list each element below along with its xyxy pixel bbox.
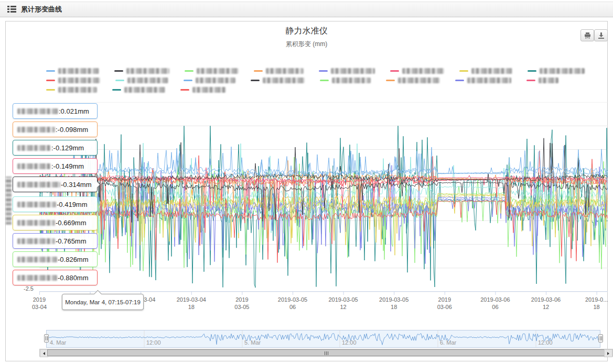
tooltip-series-box: :0.021mm xyxy=(13,103,98,119)
x-axis-label: 2019-03-0506 xyxy=(265,296,320,311)
legend-label-masked xyxy=(263,78,305,83)
legend-item[interactable] xyxy=(459,68,512,74)
legend-marker-icon xyxy=(254,70,263,72)
legend-item[interactable] xyxy=(390,68,444,74)
tooltip-series-label-masked xyxy=(17,127,55,133)
legend-row xyxy=(46,85,600,94)
x-axis-label-line1: 2019 xyxy=(214,296,269,303)
x-axis-label: 2019-0...18 xyxy=(569,296,613,311)
tooltip-series-box: :-0.098mm xyxy=(13,122,98,137)
legend-label-masked xyxy=(58,87,97,93)
legend-row xyxy=(46,66,600,75)
legend-item[interactable] xyxy=(251,78,305,83)
x-axis-label-line2: 12 xyxy=(519,303,573,311)
chart-subtitle: 累积形变 (mm) xyxy=(0,40,613,49)
x-axis-label: 2019-03-0518 xyxy=(367,296,421,311)
legend-item[interactable] xyxy=(184,78,235,83)
tooltip-series-value: :-0.129mm xyxy=(51,144,84,152)
y-axis-label-min: -2.5 xyxy=(16,285,34,292)
tooltip-series-box: -0.669mm xyxy=(13,215,98,230)
legend-marker-icon xyxy=(184,80,192,81)
legend-item[interactable] xyxy=(46,68,99,74)
navigator-axis-label: 6. Mar xyxy=(440,339,456,346)
tooltip-series-label-masked xyxy=(17,145,51,151)
tooltip-series-value: :0.021mm xyxy=(59,107,89,115)
x-axis-label: 2019-03-0418 xyxy=(164,296,219,311)
x-axis-label: 201903-05 xyxy=(214,296,269,311)
legend-label-masked xyxy=(124,87,165,93)
download-chart-button[interactable] xyxy=(594,29,608,41)
tooltip-series-label-masked xyxy=(17,220,55,226)
navigator-series xyxy=(47,330,600,347)
legend-item[interactable] xyxy=(180,87,226,93)
legend-label-masked xyxy=(196,78,235,83)
x-axis-label: 2019-03-0606 xyxy=(468,296,522,311)
tooltip-series-box: -0.880mm xyxy=(13,270,98,285)
legend-label-masked xyxy=(192,87,226,93)
x-axis-label-line2: 12 xyxy=(316,303,371,311)
scrollbar-thumb[interactable] xyxy=(47,349,605,356)
legend-marker-icon xyxy=(180,89,189,91)
legend-marker-icon xyxy=(526,80,535,81)
legend-item[interactable] xyxy=(455,78,511,83)
navigator-handle-right[interactable] xyxy=(598,334,603,343)
x-axis-label-line2: 03-06 xyxy=(417,303,472,311)
legend-label-masked xyxy=(127,78,168,83)
y-axis-title-masked xyxy=(6,177,12,225)
tooltip-series-label-masked xyxy=(17,108,58,114)
legend-item[interactable] xyxy=(528,68,585,74)
tooltip-series-label-masked xyxy=(17,275,57,281)
navigator-handle-left[interactable] xyxy=(44,334,49,343)
tooltip-series-value: -0.826mm xyxy=(58,256,89,263)
navigator-axis-label: 12:00 xyxy=(538,339,553,346)
tooltip-series-box: -0.314mm xyxy=(13,177,98,192)
legend-label-masked xyxy=(331,68,375,74)
legend-label-masked xyxy=(471,68,512,74)
tooltip-series-value: :-0.098mm xyxy=(56,126,88,134)
legend-item[interactable] xyxy=(319,68,375,74)
plot-area[interactable] xyxy=(39,102,608,299)
legend-label-masked xyxy=(539,78,558,83)
navigator[interactable]: 4. Mar12:005. Mar12:006. Mar12:00 xyxy=(46,330,600,348)
x-axis-label-line2: 03-04 xyxy=(12,303,67,311)
list-icon xyxy=(7,6,16,13)
legend-row xyxy=(46,75,600,85)
print-icon xyxy=(584,32,591,39)
x-axis-label-line2: 18 xyxy=(164,303,219,311)
legend-item[interactable] xyxy=(320,78,371,83)
x-axis-label-line1: 2019-03-04 xyxy=(164,296,219,303)
legend-item[interactable] xyxy=(386,78,440,83)
legend-item[interactable] xyxy=(115,78,168,83)
x-axis-label-line1: 2019 xyxy=(12,296,67,303)
legend-marker-icon xyxy=(46,89,55,91)
legend-item[interactable] xyxy=(526,78,558,83)
legend-marker-icon xyxy=(185,70,193,72)
navigator-axis-label: 5. Mar xyxy=(244,339,261,346)
navigator-axis-label: 12:00 xyxy=(146,339,161,346)
tooltip-series-value: -0.669mm xyxy=(56,219,87,227)
legend-label-masked xyxy=(58,78,100,83)
legend-marker-icon xyxy=(390,70,399,72)
tooltip-series-box: :-0.129mm xyxy=(13,140,98,156)
legend-item[interactable] xyxy=(114,68,169,74)
legend-item[interactable] xyxy=(185,68,239,74)
legend-label-masked xyxy=(126,68,169,74)
x-axis-label-line1: 2019-03-06 xyxy=(468,296,522,303)
scrollbar[interactable] xyxy=(39,349,613,357)
tooltip-series-label-masked xyxy=(17,238,55,244)
legend-label-masked xyxy=(58,68,99,74)
legend-marker-icon xyxy=(112,89,121,91)
x-axis-label-line1: 2019-03-05 xyxy=(367,296,421,303)
x-axis-label-line2: 18 xyxy=(367,303,421,311)
chart-title: 静力水准仪 xyxy=(0,26,613,37)
tooltip-series-box: :-0.149mm xyxy=(13,158,98,174)
scrollbar-right-button[interactable] xyxy=(604,349,612,357)
x-axis-label-line1: 2019-0... xyxy=(569,296,613,303)
legend-item[interactable] xyxy=(46,87,97,93)
arrow-left-icon xyxy=(43,352,45,355)
legend-label-masked xyxy=(398,78,440,83)
legend-item[interactable] xyxy=(112,87,165,93)
legend-item[interactable] xyxy=(46,78,100,83)
legend-item[interactable] xyxy=(254,68,304,74)
print-chart-button[interactable] xyxy=(580,29,594,41)
